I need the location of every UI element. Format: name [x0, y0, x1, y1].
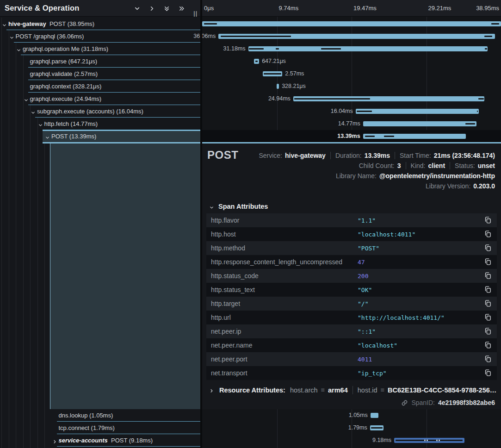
meta-item: Kind:client — [411, 162, 445, 169]
span-title: POST — [207, 149, 238, 162]
span-bar-row[interactable]: 328.21μs — [202, 80, 501, 93]
span-row-POST[interactable]: POST (13.39ms) — [0, 130, 200, 143]
bar-notch — [485, 48, 487, 50]
span-row-graphql.operation[interactable]: graphql.operation Me (31.18ms) — [0, 43, 200, 55]
chevron-down-icon[interactable] — [134, 5, 141, 12]
span-duration-bar[interactable] — [394, 438, 464, 443]
span-duration-bar[interactable] — [363, 134, 466, 139]
panel-divider[interactable] — [200, 0, 202, 448]
equals-sign: = — [321, 386, 325, 394]
chevron-right-icon[interactable] — [148, 5, 156, 12]
span-row-graphql.execute[interactable]: graphql.execute (24.94ms) — [0, 93, 200, 105]
span-attributes-toggle[interactable]: Span Attributes — [209, 203, 268, 210]
chevron-down-icon[interactable] — [45, 134, 50, 139]
meta-label: Status: — [455, 162, 475, 169]
span-duration-bar[interactable] — [363, 121, 476, 126]
span-row-tcp.connect[interactable]: tcp.connect (1.79ms) — [0, 422, 200, 434]
span-row-graphql.context[interactable]: graphql.context (328.21μs) — [0, 80, 200, 93]
span-duration-bar[interactable] — [254, 59, 259, 64]
span-row-hive-gateway[interactable]: hive-gateway POST (38.95ms) — [0, 18, 200, 30]
span-bar-row[interactable]: 9.18ms — [202, 434, 501, 447]
bar-notch — [255, 61, 258, 62]
span-bar-row[interactable] — [202, 18, 501, 30]
meta-value: client — [428, 162, 445, 169]
copy-icon[interactable] — [484, 230, 492, 238]
span-bar-row[interactable]: 1.79ms — [202, 422, 501, 434]
trace-viewer: 0μs9.74ms19.47ms29.21ms38.95ms 36.06ms31… — [0, 0, 501, 448]
span-row-graphql.parse[interactable]: graphql.parse (647.21μs) — [0, 55, 200, 68]
span-bar-row[interactable]: 36.06ms — [202, 30, 501, 43]
double-chevron-down-icon[interactable] — [163, 5, 171, 12]
timeline-tick: 9.74ms — [279, 5, 299, 12]
chevron-down-icon[interactable] — [38, 121, 43, 127]
chevron-right-icon[interactable] — [52, 438, 58, 443]
panel-resize-handle[interactable]: || — [193, 10, 198, 17]
copy-icon[interactable] — [484, 341, 492, 349]
span-bar-row[interactable]: 14.77ms — [202, 118, 501, 130]
copy-icon[interactable] — [484, 327, 492, 336]
span-bar-row[interactable]: 31.18ms — [202, 43, 501, 55]
chevron-down-icon[interactable] — [9, 34, 15, 39]
span-duration-bar[interactable] — [202, 21, 501, 26]
span-row-subgraph.execute[interactable]: subgraph.execute (accounts) (16.04ms) — [0, 105, 200, 118]
span-duration-bar[interactable] — [218, 34, 495, 39]
meta-item: Start Time:21ms (23:56:48.174) — [400, 152, 495, 159]
indent-guide — [30, 105, 31, 448]
span-duration-bar[interactable] — [371, 413, 378, 418]
span-label: http.fetch (14.77ms) — [44, 120, 98, 127]
copy-icon[interactable] — [484, 216, 492, 224]
copy-icon[interactable] — [484, 313, 492, 322]
attribute-key: http.method — [211, 244, 358, 252]
chevron-down-icon[interactable] — [31, 109, 36, 114]
operation-name: POST /graphql (36.06ms) — [16, 33, 84, 40]
chevron-down-icon — [209, 204, 215, 209]
span-bar-row[interactable]: 13.39ms — [202, 130, 501, 143]
copy-icon[interactable] — [484, 369, 492, 377]
span-bar-row[interactable]: 24.94ms — [202, 93, 501, 105]
span-row-POST[interactable]: POST /graphql (36.06ms) — [0, 30, 200, 43]
attribute-value: "::1" — [358, 328, 376, 335]
span-bar-row[interactable]: 2.57ms — [202, 68, 501, 80]
attribute-row: http.status_code200 — [206, 269, 497, 283]
double-chevron-right-icon[interactable] — [178, 5, 186, 12]
chevron-down-icon[interactable] — [2, 21, 7, 27]
operation-name: graphql.context (328.21μs) — [30, 83, 102, 90]
operation-name: tcp.connect (1.79ms) — [59, 424, 115, 431]
span-row-dns.lookup[interactable]: dns.lookup (1.05ms) — [0, 409, 200, 422]
tree-header-title: Service & Operation — [0, 4, 80, 12]
span-duration-bar[interactable] — [277, 84, 279, 89]
copy-icon[interactable] — [484, 299, 492, 308]
attribute-value: "POST" — [358, 245, 379, 252]
bar-duration-label: 1.05ms — [349, 412, 368, 418]
chevron-down-icon[interactable] — [16, 46, 22, 52]
copy-icon[interactable] — [484, 355, 492, 363]
operation-name: graphql.execute (24.94ms) — [30, 95, 102, 102]
bar-duration-label: 14.77ms — [338, 120, 360, 127]
span-bar-row[interactable]: 1.05ms — [202, 409, 501, 422]
meta-separator — [450, 162, 450, 169]
copy-icon[interactable] — [484, 272, 492, 280]
span-row-service-accounts[interactable]: service-accounts POST (9.18ms) — [0, 434, 200, 447]
span-duration-bar[interactable] — [293, 96, 485, 101]
meta-label: Kind: — [411, 162, 426, 169]
span-bar-row[interactable]: 16.04ms — [202, 105, 501, 118]
span-duration-bar[interactable] — [248, 46, 488, 51]
chevron-down-icon[interactable] — [24, 96, 29, 102]
copy-icon[interactable] — [484, 244, 492, 252]
span-label: POST /graphql (36.06ms) — [16, 33, 84, 40]
copy-icon[interactable] — [484, 286, 492, 294]
span-duration-bar[interactable] — [356, 109, 479, 114]
service-name: service-accounts — [59, 437, 108, 444]
span-duration-bar[interactable] — [370, 425, 384, 430]
span-bar-row[interactable]: 647.21μs — [202, 55, 501, 68]
attribute-key: http.flavor — [211, 217, 358, 224]
span-id-row: SpanID: 4e21998f3b82abe6 — [401, 399, 495, 406]
resource-attributes-toggle[interactable]: Resource Attributes: host.arch=arm64host… — [209, 386, 496, 394]
span-row-graphql.validate[interactable]: graphql.validate (2.57ms) — [0, 68, 200, 80]
attribute-value: "OK" — [358, 286, 372, 293]
link-icon[interactable] — [401, 399, 408, 406]
span-row-http.fetch[interactable]: http.fetch (14.77ms) — [0, 118, 200, 130]
copy-icon[interactable] — [484, 258, 492, 266]
span-duration-bar[interactable] — [263, 71, 283, 76]
equals-sign: = — [380, 386, 384, 394]
